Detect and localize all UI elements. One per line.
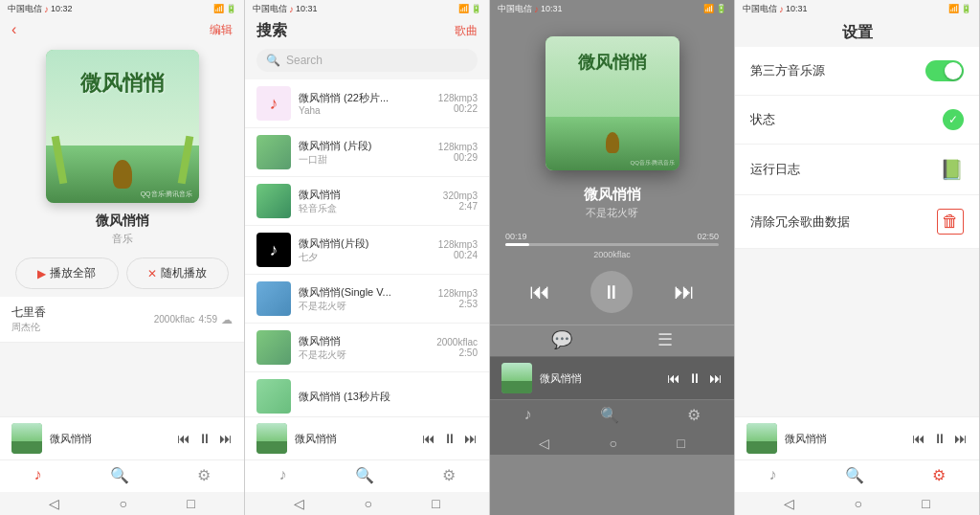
pause-bar-button-3[interactable]: ⏸ xyxy=(688,370,702,386)
player-controls-2: ⏮ ⏸ ⏭ xyxy=(422,431,478,446)
status-bar-2: 中国电信 ♪ 10:31 📶 🔋 xyxy=(245,0,489,17)
next-button-4[interactable]: ⏭ xyxy=(954,431,968,446)
home-nav-2[interactable]: ○ xyxy=(365,496,372,511)
back-nav[interactable]: ◁ xyxy=(49,496,59,511)
next-button-3[interactable]: ⏭ xyxy=(674,280,695,304)
edit-button[interactable]: 编辑 xyxy=(210,22,233,38)
prev-button[interactable]: ⏮ xyxy=(177,431,190,446)
result-meta-5: 128kmp3 2:53 xyxy=(438,288,478,309)
back-nav-2[interactable]: ◁ xyxy=(294,496,304,511)
result-thumb-5 xyxy=(256,281,291,316)
nav-music-4[interactable]: ♪ xyxy=(769,466,777,484)
prev-button-4[interactable]: ⏮ xyxy=(912,431,925,446)
pause-button[interactable]: ⏸ xyxy=(198,431,212,446)
next-bar-button-3[interactable]: ⏭ xyxy=(709,370,723,386)
next-button-2[interactable]: ⏭ xyxy=(464,431,478,446)
bottom-nav-4: ♪ 🔍 ⚙ xyxy=(735,459,979,492)
search-title: 搜索 xyxy=(256,21,287,41)
player-progress-area: 00:19 02:50 2000kflac xyxy=(490,232,734,271)
back-nav-3[interactable]: ◁ xyxy=(539,436,549,451)
recents-nav[interactable]: □ xyxy=(187,496,194,511)
player-times: 00:19 02:50 xyxy=(505,232,719,241)
book-icon: 📗 xyxy=(940,158,964,181)
nav-search[interactable]: 🔍 xyxy=(110,466,129,484)
search-input[interactable]: Search xyxy=(286,54,468,67)
nav-settings-4[interactable]: ⚙ xyxy=(932,466,946,484)
prev-button-3[interactable]: ⏮ xyxy=(529,280,550,304)
album-qqlogo-s3: QQ音乐·腾讯音乐 xyxy=(630,159,675,168)
pause-button-4[interactable]: ⏸ xyxy=(933,431,947,446)
music-status-icon-2: ♪ xyxy=(289,4,294,14)
album-sky xyxy=(46,50,199,146)
songs-filter-button[interactable]: 歌曲 xyxy=(455,23,478,39)
search-result-item[interactable]: 微风悄悄(Single V... 不是花火呀 128kmp3 2:53 xyxy=(245,275,489,324)
result-info-4: 微风悄悄(片段) 七夕 xyxy=(299,236,431,264)
result-thumb-7 xyxy=(256,379,291,414)
search-header: 搜索 歌曲 xyxy=(245,17,489,45)
music-nav-icon-3: ♪ xyxy=(524,406,532,423)
result-thumb-6 xyxy=(256,330,291,365)
nav-search-2[interactable]: 🔍 xyxy=(355,466,374,484)
toggle-knob xyxy=(945,62,962,79)
time-elapsed: 00:19 xyxy=(505,232,527,241)
playlist-icon[interactable]: ☰ xyxy=(657,329,673,350)
nav-search-4[interactable]: 🔍 xyxy=(845,466,864,484)
header-1: ‹ 编辑 xyxy=(0,17,244,42)
nav-music[interactable]: ♪ xyxy=(34,466,42,484)
play-icon: ▶ xyxy=(37,267,46,280)
settings-item-clear[interactable]: 清除冗余歌曲数据 🗑 xyxy=(735,195,979,249)
nav-music-2[interactable]: ♪ xyxy=(279,466,287,484)
list-item[interactable]: 七里香 周杰伦 2000kflac 4:59 ☁ xyxy=(0,297,244,343)
album-art-text: 微风悄悄 xyxy=(578,51,647,74)
screen-settings: 中国电信 ♪ 10:31 📶 🔋 设置 第三方音乐源 状态 ✓ xyxy=(735,0,980,515)
search-result-item[interactable]: 微风悄悄 (13秒片段 xyxy=(245,372,489,416)
home-nav-3[interactable]: ○ xyxy=(610,436,617,451)
music-nav-icon: ♪ xyxy=(34,466,42,483)
search-bar[interactable]: 🔍 Search xyxy=(256,49,478,72)
bottom-nav-2: ♪ 🔍 ⚙ xyxy=(245,459,489,492)
search-result-item[interactable]: 微风悄悄 (片段) 一口甜 128kmp3 00:29 xyxy=(245,128,489,177)
shuffle-button[interactable]: ✕ 随机播放 xyxy=(126,258,230,289)
nav-settings-2[interactable]: ⚙ xyxy=(442,466,456,484)
nav-settings-3[interactable]: ⚙ xyxy=(687,406,701,424)
play-pause-button-3[interactable]: ⏸ xyxy=(590,271,633,313)
nav-music-3[interactable]: ♪ xyxy=(524,406,532,424)
search-result-item[interactable]: ♪ 微风悄悄(片段) 七夕 128kmp3 00:24 xyxy=(245,226,489,275)
settings-item-third-party[interactable]: 第三方音乐源 xyxy=(735,47,979,96)
nav-settings[interactable]: ⚙ xyxy=(197,466,211,484)
third-party-label: 第三方音乐源 xyxy=(750,62,825,79)
search-result-item[interactable]: 微风悄悄 不是花火呀 2000kflac 2:50 xyxy=(245,324,489,372)
recents-nav-4[interactable]: □ xyxy=(922,496,929,511)
nav-dots-3: ◁ ○ □ xyxy=(490,432,734,455)
third-party-toggle[interactable] xyxy=(925,60,964,81)
home-nav-4[interactable]: ○ xyxy=(855,496,862,511)
toggle-container xyxy=(925,60,964,81)
status-carrier-3: 中国电信 ♪ 10:31 xyxy=(498,3,563,15)
recents-nav-3[interactable]: □ xyxy=(677,436,684,451)
screen-search: 中国电信 ♪ 10:31 📶 🔋 搜索 歌曲 🔍 Search ♪ 微风悄悄 (… xyxy=(245,0,490,515)
chat-icon[interactable]: 💬 xyxy=(551,329,572,350)
back-button[interactable]: ‹ xyxy=(11,21,16,38)
home-nav[interactable]: ○ xyxy=(120,496,127,511)
next-button[interactable]: ⏭ xyxy=(219,431,233,446)
pause-button-2[interactable]: ⏸ xyxy=(443,431,457,446)
bottom-player-2: 微风悄悄 ⏮ ⏸ ⏭ xyxy=(245,416,489,459)
nav-search-3[interactable]: 🔍 xyxy=(600,406,619,424)
screen-favorites: 中国电信 ♪ 10:32 📶 🔋 ‹ 编辑 微风悄悄 QQ音乐·腾讯音乐 xyxy=(0,0,245,515)
song-meta: 2000kflac 4:59 ☁ xyxy=(154,313,233,326)
settings-item-status[interactable]: 状态 ✓ xyxy=(735,96,979,145)
play-all-button[interactable]: ▶ 播放全部 xyxy=(15,258,119,289)
recents-nav-2[interactable]: □ xyxy=(432,496,439,511)
prev-bar-button-3[interactable]: ⏮ xyxy=(667,370,680,386)
search-result-item[interactable]: 微风悄悄 轻音乐盒 320mp3 2:47 xyxy=(245,177,489,226)
progress-bar[interactable] xyxy=(505,243,719,246)
back-nav-4[interactable]: ◁ xyxy=(784,496,794,511)
status-icons-4: 📶 🔋 xyxy=(948,4,971,13)
settings-item-log[interactable]: 运行日志 📗 xyxy=(735,145,979,195)
prev-button-2[interactable]: ⏮ xyxy=(422,431,435,446)
player-bottom-icons: 💬 ☰ xyxy=(490,325,734,356)
search-result-item[interactable]: ♪ 微风悄悄 (22秒片... Yaha 128kmp3 00:22 xyxy=(245,79,489,128)
album-qqlogo: QQ音乐·腾讯音乐 xyxy=(141,190,193,199)
result-artist-5: 不是花火呀 xyxy=(299,300,431,313)
time-total: 02:50 xyxy=(697,232,719,241)
